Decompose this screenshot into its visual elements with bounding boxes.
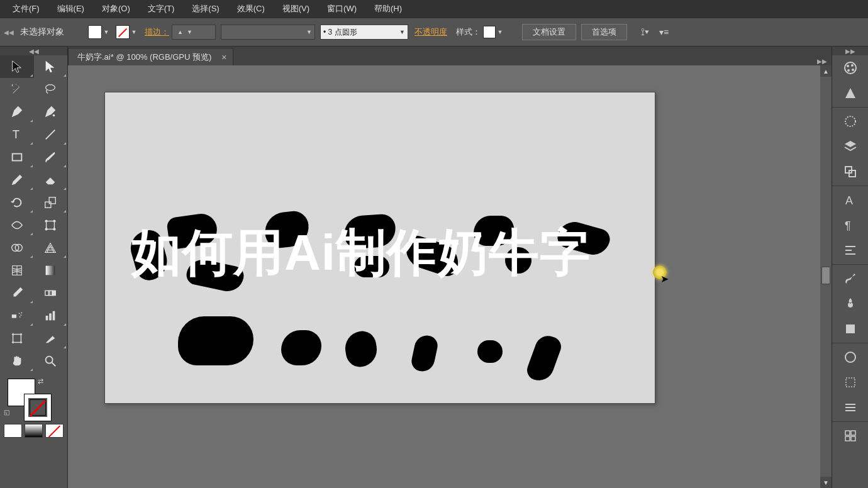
- symbols-panel-icon[interactable]: [838, 291, 863, 316]
- color-mode-solid[interactable]: [4, 424, 22, 438]
- blob-shape[interactable]: [409, 333, 439, 374]
- hand-tool[interactable]: [0, 350, 34, 372]
- expand-left-icon[interactable]: ◀◀: [4, 29, 14, 36]
- pathfinder-panel-icon[interactable]: [838, 395, 863, 420]
- width-tool[interactable]: [0, 214, 34, 236]
- right-panel-collapse-icon[interactable]: ▶▶: [813, 57, 832, 65]
- menu-object[interactable]: 对象(O): [93, 3, 139, 14]
- direct-selection-tool[interactable]: [34, 55, 68, 78]
- type-tool[interactable]: T: [0, 123, 34, 146]
- eyedropper-tool[interactable]: [0, 282, 34, 304]
- blob-shape[interactable]: [477, 340, 503, 363]
- brushes-panel-icon[interactable]: [838, 266, 863, 291]
- column-graph-tool[interactable]: [34, 304, 68, 327]
- rectangle-tool[interactable]: [0, 146, 34, 169]
- blob-shape[interactable]: [178, 316, 253, 365]
- dash-dropdown[interactable]: • 3 点圆形▼: [320, 25, 408, 40]
- transform-panel-icon[interactable]: [838, 370, 863, 395]
- blend-tool[interactable]: [34, 282, 68, 304]
- fill-stroke-indicator[interactable]: ⇄ ◱: [0, 375, 67, 424]
- toolbox: ◀◀ T: [0, 47, 68, 488]
- panel-menu-icon[interactable]: ▾≡: [659, 27, 669, 37]
- menu-edit[interactable]: 编辑(E): [48, 3, 93, 14]
- symbol-sprayer-tool[interactable]: [0, 304, 34, 327]
- swap-fill-stroke-icon[interactable]: ⇄: [38, 377, 43, 385]
- preferences-button[interactable]: 首选项: [581, 24, 627, 40]
- opacity-label[interactable]: 不透明度: [415, 26, 447, 38]
- menu-select[interactable]: 选择(S): [183, 3, 228, 14]
- color-panel-icon[interactable]: [838, 55, 863, 80]
- mesh-tool[interactable]: [0, 259, 34, 282]
- paragraph-panel-icon[interactable]: ¶: [838, 213, 863, 238]
- gradient-tool[interactable]: [34, 259, 68, 282]
- magic-wand-tool[interactable]: [0, 78, 34, 101]
- color-mode-gradient[interactable]: [25, 424, 43, 438]
- lasso-tool[interactable]: [34, 78, 68, 101]
- scroll-down-icon[interactable]: ▼: [820, 477, 832, 488]
- style-dropdown-icon[interactable]: ▼: [496, 25, 504, 39]
- toolbox-collapse-icon[interactable]: ◀◀: [0, 47, 67, 55]
- menu-view[interactable]: 视图(V): [274, 3, 318, 14]
- slice-tool[interactable]: [34, 327, 68, 350]
- color-guide-panel-icon[interactable]: [838, 80, 863, 106]
- shape-builder-tool[interactable]: [0, 236, 34, 259]
- paintbrush-tool[interactable]: [34, 146, 68, 169]
- svg-point-28: [46, 357, 53, 363]
- eraser-tool[interactable]: [34, 169, 68, 191]
- document-tab[interactable]: 牛奶字.ai* @ 100% (RGB/GPU 预览) ×: [68, 48, 233, 65]
- svg-line-3: [46, 130, 55, 140]
- menu-type[interactable]: 文字(T): [139, 3, 184, 14]
- artboard-title-text[interactable]: 如何用Ai制作奶牛字: [131, 219, 591, 287]
- fill-swatch[interactable]: [88, 25, 102, 39]
- blob-shape[interactable]: [343, 329, 380, 369]
- scale-tool[interactable]: [34, 191, 68, 214]
- artboard[interactable]: 如何用Ai制作奶牛字: [104, 92, 655, 404]
- blob-shape[interactable]: [525, 332, 564, 384]
- scroll-up-icon[interactable]: ▲: [820, 65, 832, 77]
- selection-tool[interactable]: [0, 55, 34, 78]
- svg-line-29: [52, 363, 56, 367]
- stroke-weight-dropdown[interactable]: ▲▼: [172, 25, 216, 40]
- style-swatch[interactable]: [483, 26, 496, 38]
- brush-dropdown[interactable]: ▼: [221, 25, 315, 40]
- align-panel-icon[interactable]: [838, 238, 863, 263]
- menu-file[interactable]: 文件(F): [4, 3, 48, 14]
- artboards-panel-icon[interactable]: [838, 159, 863, 184]
- close-tab-icon[interactable]: ×: [221, 52, 226, 62]
- color-mode-none[interactable]: [45, 424, 64, 438]
- appearance-panel-icon[interactable]: [838, 345, 863, 370]
- stroke-dropdown-icon[interactable]: ▼: [130, 25, 138, 39]
- document-setup-button[interactable]: 文档设置: [522, 24, 576, 40]
- vertical-scrollbar[interactable]: ▲ ▼: [820, 65, 832, 488]
- right-dock-collapse-icon[interactable]: ▶▶: [832, 47, 868, 55]
- perspective-grid-tool[interactable]: [34, 236, 68, 259]
- menu-effect[interactable]: 效果(C): [228, 3, 274, 14]
- menu-window[interactable]: 窗口(W): [318, 3, 365, 14]
- artboard-tool[interactable]: [0, 327, 34, 350]
- menu-help[interactable]: 帮助(H): [365, 3, 411, 14]
- curvature-tool[interactable]: [34, 101, 68, 123]
- stroke-panel-icon[interactable]: [838, 109, 863, 134]
- pen-tool[interactable]: [0, 101, 34, 123]
- line-tool[interactable]: [34, 123, 68, 146]
- default-fill-stroke-icon[interactable]: ◱: [4, 409, 9, 416]
- canvas-viewport[interactable]: 如何用Ai制作奶牛字 ➤ ▲ ▼: [68, 65, 832, 488]
- zoom-tool[interactable]: [34, 350, 68, 372]
- pencil-tool[interactable]: [0, 169, 34, 191]
- canvas-area: 牛奶字.ai* @ 100% (RGB/GPU 预览) × ▶▶: [68, 47, 832, 488]
- stroke-swatch[interactable]: [116, 25, 130, 39]
- fill-dropdown-icon[interactable]: ▼: [102, 25, 111, 39]
- scroll-thumb[interactable]: [821, 267, 830, 284]
- svg-rect-45: [846, 378, 855, 387]
- free-transform-tool[interactable]: [34, 214, 68, 236]
- layers-panel-icon[interactable]: [838, 134, 863, 159]
- character-panel-icon[interactable]: A: [838, 187, 863, 213]
- align-icon[interactable]: ⟟▾: [641, 26, 649, 38]
- svg-point-33: [852, 69, 854, 71]
- swatches-panel-icon[interactable]: [838, 316, 863, 341]
- blob-shape[interactable]: [281, 330, 321, 365]
- stroke-label[interactable]: 描边：: [145, 26, 169, 38]
- grid-panel-icon[interactable]: [838, 423, 863, 448]
- rotate-tool[interactable]: [0, 191, 34, 214]
- stroke-color-box[interactable]: [24, 394, 52, 421]
